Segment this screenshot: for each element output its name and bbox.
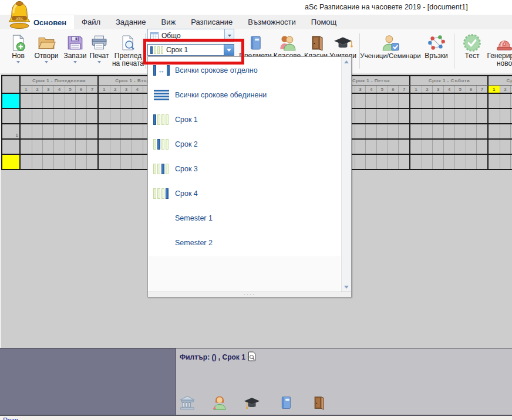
timetable-cell[interactable]: [432, 155, 443, 169]
timetable-cell[interactable]: [489, 140, 500, 154]
row-header[interactable]: [2, 109, 21, 123]
tab-Задание[interactable]: Задание: [108, 15, 154, 29]
timetable-cell[interactable]: [398, 140, 409, 154]
dropdown-resize-grip[interactable]: ····: [148, 292, 351, 297]
timetable-cell[interactable]: [410, 155, 422, 169]
save-button[interactable]: Запази: [62, 33, 88, 63]
timetable-cell[interactable]: [110, 109, 121, 123]
row-header[interactable]: [2, 94, 21, 108]
timetable-cell[interactable]: [365, 109, 376, 123]
timetable-cell[interactable]: [489, 155, 500, 169]
graduation-cap-small-icon[interactable]: [243, 395, 261, 413]
timetable-cell[interactable]: [398, 109, 409, 123]
timetable-cell[interactable]: [99, 94, 110, 108]
timetable-cell[interactable]: [489, 109, 500, 123]
timetable-cell[interactable]: [132, 94, 143, 108]
timetable-cell[interactable]: [120, 155, 132, 169]
timetable-cell[interactable]: [365, 94, 376, 108]
timetable-cell[interactable]: [42, 109, 53, 123]
timetable-cell[interactable]: [32, 109, 43, 123]
timetable-cell[interactable]: [21, 109, 32, 123]
timetable-cell[interactable]: [86, 140, 97, 154]
timetable-cell[interactable]: [410, 140, 422, 154]
timetable-cell[interactable]: [476, 155, 487, 169]
timetable-cell[interactable]: [410, 109, 422, 123]
dropdown-scrollbar[interactable]: [341, 57, 351, 292]
timetable-cell[interactable]: [53, 94, 65, 108]
print-button[interactable]: Печат: [87, 33, 112, 63]
timetable-cell[interactable]: [432, 124, 443, 138]
timetable-cell[interactable]: [398, 155, 409, 169]
timetable-cell[interactable]: [99, 155, 110, 169]
timetable-cell[interactable]: [443, 124, 454, 138]
timetable-cell[interactable]: [75, 109, 86, 123]
timetable-cell[interactable]: [376, 94, 388, 108]
timetable-cell[interactable]: [110, 124, 121, 138]
timetable-cell[interactable]: [500, 109, 511, 123]
timetable-cell[interactable]: [99, 140, 110, 154]
timetable-cell[interactable]: [110, 140, 121, 154]
timetable-cell[interactable]: [355, 124, 366, 138]
timetable-cell[interactable]: [422, 155, 433, 169]
timetable-cell[interactable]: [132, 109, 143, 123]
timetable-cell[interactable]: [500, 140, 511, 154]
timetable-cell[interactable]: [110, 94, 121, 108]
tab-Виж[interactable]: Виж: [154, 15, 184, 29]
timetable-cell[interactable]: [476, 94, 487, 108]
timetable-cell[interactable]: [388, 140, 399, 154]
timetable-cell[interactable]: [355, 155, 366, 169]
timetable-cell[interactable]: [120, 109, 132, 123]
timetable-cell[interactable]: [132, 155, 143, 169]
timetable-cell[interactable]: [42, 155, 53, 169]
timetable-cell[interactable]: [466, 155, 477, 169]
test-button[interactable]: Тест: [461, 33, 483, 60]
timetable-cell[interactable]: [476, 140, 487, 154]
timetable-cell[interactable]: [500, 155, 511, 169]
timetable-cell[interactable]: [454, 124, 466, 138]
timetable-cell[interactable]: [432, 109, 443, 123]
timetable-cell[interactable]: [443, 155, 454, 169]
timetable-cell[interactable]: [86, 94, 97, 108]
timetable-cell[interactable]: [120, 140, 132, 154]
timetable-cell[interactable]: [75, 94, 86, 108]
timetable-cell[interactable]: [388, 109, 399, 123]
tab-Възможности[interactable]: Възможности: [240, 15, 304, 29]
timetable-cell[interactable]: [398, 124, 409, 138]
timetable-cell[interactable]: [500, 124, 511, 138]
timetable-cell[interactable]: [355, 140, 366, 154]
timetable-cell[interactable]: [75, 124, 86, 138]
students-seminars-button[interactable]: Ученици/Семинари: [359, 33, 422, 60]
timetable-cell[interactable]: [422, 140, 433, 154]
timetable-cell[interactable]: [120, 94, 132, 108]
timetable-cell[interactable]: [75, 155, 86, 169]
person-icon[interactable]: [211, 394, 228, 413]
timetable-cell[interactable]: [466, 94, 477, 108]
timetable-cell[interactable]: [489, 124, 500, 138]
timetable-cell[interactable]: [355, 94, 366, 108]
timetable-cell[interactable]: [388, 155, 399, 169]
timetable-cell[interactable]: [53, 140, 65, 154]
timetable-cell[interactable]: [500, 94, 511, 108]
row-header[interactable]: [2, 140, 21, 154]
timetable-cell[interactable]: [376, 155, 388, 169]
term-option[interactable]: Срок 3: [149, 157, 341, 181]
timetable-cell[interactable]: [376, 124, 388, 138]
timetable-cell[interactable]: [53, 109, 65, 123]
timetable-cell[interactable]: [454, 140, 466, 154]
timetable-cell[interactable]: [422, 94, 433, 108]
timetable-cell[interactable]: [65, 155, 76, 169]
timetable-cell[interactable]: [99, 124, 110, 138]
timetable-cell[interactable]: [65, 94, 76, 108]
timetable-cell[interactable]: [466, 109, 477, 123]
timetable-cell[interactable]: [65, 140, 76, 154]
generate-new-button[interactable]: Генерирай ново: [483, 33, 512, 67]
timetable-cell[interactable]: [42, 140, 53, 154]
term-option[interactable]: Всички срокове обединени: [149, 83, 341, 107]
timetable-cell[interactable]: [365, 124, 376, 138]
building-icon[interactable]: [179, 395, 196, 413]
open-button[interactable]: Отвори: [31, 33, 62, 63]
book-small-icon[interactable]: [280, 395, 292, 413]
row-header[interactable]: [2, 155, 21, 169]
timetable-cell[interactable]: [388, 94, 399, 108]
timetable-cell[interactable]: [32, 155, 43, 169]
